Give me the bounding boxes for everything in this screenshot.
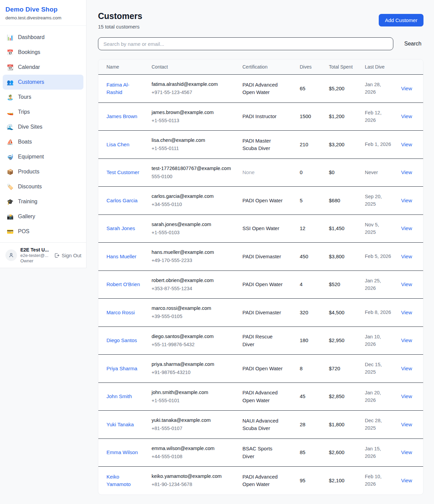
sidebar-item-dive-sites[interactable]: 🌊 Dive Sites [3, 119, 83, 134]
page-header: Customers 15 total customers Add Custome… [98, 11, 423, 30]
sidebar-header: Demo Dive Shop demo.test.divestreams.com [0, 0, 86, 26]
sidebar-item-label: Equipment [18, 154, 44, 160]
customer-total-spent: $3,200 [325, 131, 361, 159]
customer-dives: 8 [296, 355, 325, 383]
sidebar-item-customers[interactable]: 👥 Customers [3, 75, 83, 90]
customer-name-link[interactable]: Diego Santos [106, 337, 137, 344]
customer-last-dive: Jan 28, 2026 [365, 81, 391, 96]
view-link[interactable]: View [401, 449, 412, 455]
table-row: Sarah Jones sarah.jones@example.com +1-5… [98, 214, 423, 243]
customer-dives: 95 [296, 467, 325, 494]
sidebar-item-training[interactable]: 🎓 Training [3, 194, 83, 209]
add-customer-button[interactable]: Add Customer [379, 14, 423, 26]
sidebar-item-label: Bookings [18, 49, 40, 55]
customer-dives: 65 [296, 75, 325, 103]
sidebar-item-boats[interactable]: ⛵ Boats [3, 134, 83, 149]
sidebar-item-discounts[interactable]: 🏷️ Discounts [3, 179, 83, 194]
customer-phone: +81-555-0107 [152, 425, 234, 432]
table-row: Emma Wilson emma.wilson@example.com +44-… [98, 438, 423, 467]
customer-dives: 450 [296, 243, 325, 271]
col-header-dives: Dives [296, 59, 325, 75]
view-link[interactable]: View [401, 113, 412, 119]
view-link[interactable]: View [401, 86, 412, 91]
user-person-icon [8, 252, 14, 258]
customers-people-icon: 👥 [7, 79, 14, 86]
sidebar-item-equipment[interactable]: 🤿 Equipment [3, 149, 83, 164]
customer-last-dive: Feb 10, 2026 [365, 473, 391, 488]
table-row: Hans Mueller hans.mueller@example.com +4… [98, 243, 423, 271]
search-input[interactable] [98, 37, 393, 50]
customer-certification: None [242, 169, 284, 176]
view-link[interactable]: View [401, 225, 412, 231]
customer-total-spent: $2,100 [325, 467, 361, 494]
customer-phone: +34-555-0110 [152, 201, 234, 208]
customer-certification: SSI Open Water [242, 225, 284, 232]
customer-certification: PADI Open Water [242, 197, 284, 205]
customer-name-link[interactable]: Robert O'Brien [106, 281, 140, 288]
customer-name-link[interactable]: Fatima Al-Rashid [106, 81, 140, 96]
customer-name-link[interactable]: Sarah Jones [106, 225, 135, 232]
customer-total-spent: $3,800 [325, 243, 361, 271]
customer-name-link[interactable]: Hans Mueller [106, 253, 136, 261]
customer-certification: PADI Rescue Diver [242, 333, 284, 348]
customer-certification: NAUI Advanced Scuba Diver [242, 417, 284, 432]
table-row: Carlos Garcia carlos.garcia@example.com … [98, 187, 423, 215]
customer-total-spent: $0 [325, 158, 361, 187]
sidebar-item-bookings[interactable]: 📅 Bookings [3, 45, 83, 60]
customer-name-link[interactable]: Marco Rossi [106, 309, 135, 317]
table-row: Priya Sharma priya.sharma@example.com +9… [98, 355, 423, 383]
sidebar-item-label: Dive Sites [18, 124, 42, 130]
customer-total-spent: $1,200 [325, 102, 361, 131]
customer-last-dive: Dec 28, 2025 [365, 417, 391, 432]
view-link[interactable]: View [401, 422, 412, 427]
customer-phone: +49-170-555-2233 [152, 257, 234, 264]
view-link[interactable]: View [401, 310, 412, 315]
col-header-name: Name [98, 59, 147, 75]
table-row: Keiko Yamamoto keiko.yamamoto@example.co… [98, 467, 423, 494]
view-link[interactable]: View [401, 254, 412, 259]
sign-out-icon [54, 253, 60, 258]
equipment-mask-icon: 🤿 [7, 154, 14, 160]
table-row: James Brown james.brown@example.com +1-5… [98, 102, 423, 131]
col-header-action [397, 59, 423, 75]
customer-email: sarah.jones@example.com [152, 221, 234, 228]
view-link[interactable]: View [401, 281, 412, 287]
boats-sailboat-icon: ⛵ [7, 139, 14, 145]
customer-dives: 210 [296, 131, 325, 159]
customer-name-link[interactable]: Keiko Yamamoto [106, 473, 140, 488]
sidebar-item-calendar[interactable]: 📆 Calendar [3, 60, 83, 75]
sidebar-item-tours[interactable]: 🏝️ Tours [3, 90, 83, 105]
main-content: Customers 15 total customers Add Custome… [86, 0, 434, 504]
customer-email: john.smith@example.com [152, 389, 234, 396]
view-link[interactable]: View [401, 366, 412, 371]
customer-name-link[interactable]: Priya Sharma [106, 365, 137, 373]
customers-table-card: Name Contact Certification Dives Total S… [98, 59, 423, 495]
customer-name-link[interactable]: Emma Wilson [106, 449, 138, 456]
customer-name-link[interactable]: Carlos Garcia [106, 197, 138, 205]
customer-name-link[interactable]: Lisa Chen [106, 141, 130, 149]
customer-name-link[interactable]: James Brown [106, 113, 137, 120]
customer-email: carlos.garcia@example.com [152, 193, 234, 200]
search-button[interactable]: Search [402, 39, 423, 48]
customer-name-link[interactable]: John Smith [106, 393, 132, 400]
view-link[interactable]: View [401, 142, 412, 147]
customer-name-link[interactable]: Test Customer [106, 169, 139, 176]
view-link[interactable]: View [401, 478, 412, 483]
customer-total-spent: $4,500 [325, 299, 361, 327]
view-link[interactable]: View [401, 393, 412, 399]
sidebar-item-gallery[interactable]: 📸 Gallery [3, 209, 83, 224]
table-row: Lisa Chen lisa.chen@example.com +1-555-0… [98, 131, 423, 159]
sidebar-item-label: Products [18, 169, 39, 175]
view-link[interactable]: View [401, 337, 412, 343]
sidebar-item-pos[interactable]: 💳 POS [3, 224, 83, 239]
sign-out-button[interactable]: Sign Out [54, 253, 81, 258]
user-role: Owner [20, 258, 51, 263]
view-link[interactable]: View [401, 198, 412, 203]
sidebar-item-dashboard[interactable]: 📊 Dashboard [3, 30, 83, 45]
sidebar-item-trips[interactable]: 🚤 Trips [3, 105, 83, 119]
customer-phone: +44-555-0108 [152, 453, 234, 461]
sidebar-item-products[interactable]: 📦 Products [3, 164, 83, 179]
sidebar-item-label: POS [18, 228, 29, 235]
view-link[interactable]: View [401, 169, 412, 175]
customer-name-link[interactable]: Yuki Tanaka [106, 421, 134, 429]
